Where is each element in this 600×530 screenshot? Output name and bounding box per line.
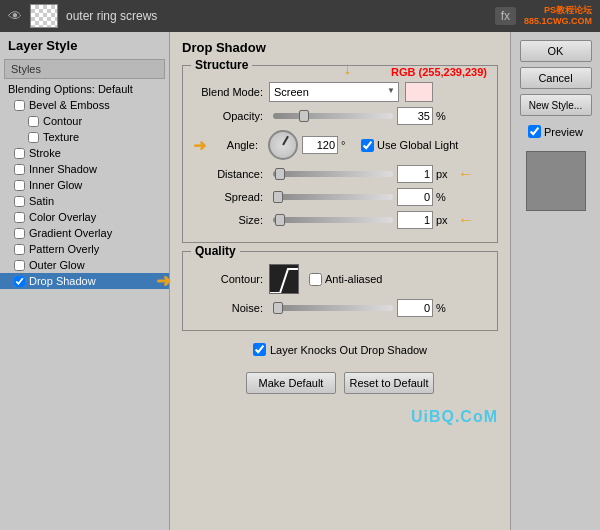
antialiased-checkbox[interactable]: [309, 273, 322, 286]
blend-arrow-icon: ↓: [343, 58, 352, 79]
antialiased-text: Anti-aliased: [325, 273, 382, 285]
left-panel: Layer Style Styles Blending Options: Def…: [0, 32, 170, 530]
spread-input[interactable]: [397, 188, 433, 206]
reset-default-button[interactable]: Reset to Default: [344, 372, 434, 394]
styles-section[interactable]: Styles: [4, 59, 165, 79]
make-default-button[interactable]: Make Default: [246, 372, 336, 394]
global-light-checkbox[interactable]: [361, 139, 374, 152]
layer-name: outer ring screws: [66, 9, 487, 23]
pattern-overlay-item[interactable]: Pattern Overly: [0, 241, 169, 257]
brand-label: UiBQ.CoM: [411, 408, 498, 426]
opacity-label: Opacity:: [193, 110, 263, 122]
outer-glow-label: Outer Glow: [29, 259, 85, 271]
brand-container: UiBQ.CoM: [182, 406, 498, 426]
size-slider[interactable]: [273, 217, 393, 223]
contour-preview[interactable]: [269, 264, 299, 294]
blend-mode-wrapper[interactable]: Screen Normal Multiply Overlay: [269, 82, 399, 102]
gradient-overlay-checkbox[interactable]: [14, 228, 25, 239]
inner-glow-item[interactable]: Inner Glow: [0, 177, 169, 193]
stroke-item[interactable]: Stroke: [0, 145, 169, 161]
preview-checkbox[interactable]: [528, 125, 541, 138]
bevel-emboss-checkbox[interactable]: [14, 100, 25, 111]
antialiased-label[interactable]: Anti-aliased: [309, 273, 382, 286]
fx-badge[interactable]: fx: [495, 7, 516, 25]
noise-row: Noise: %: [193, 299, 487, 317]
preview-text: Preview: [544, 126, 583, 138]
structure-section: Structure RGB (255,239,239) ↓ Blend Mode…: [182, 65, 498, 243]
drop-shadow-item[interactable]: Drop Shadow ➜: [0, 273, 169, 289]
spread-thumb[interactable]: [273, 191, 283, 203]
distance-thumb[interactable]: [275, 168, 285, 180]
action-buttons: Make Default Reset to Default: [182, 368, 498, 398]
blend-mode-row: Blend Mode: Screen Normal Multiply Overl…: [193, 82, 487, 102]
outer-glow-item[interactable]: Outer Glow: [0, 257, 169, 273]
texture-label: Texture: [43, 131, 79, 143]
inner-shadow-item[interactable]: Inner Shadow: [0, 161, 169, 177]
noise-slider[interactable]: [273, 305, 393, 311]
noise-thumb[interactable]: [273, 302, 283, 314]
noise-input[interactable]: [397, 299, 433, 317]
gradient-overlay-item[interactable]: Gradient Overlay: [0, 225, 169, 241]
global-light-text: Use Global Light: [377, 139, 458, 151]
preview-label[interactable]: Preview: [528, 125, 583, 138]
blend-mode-select[interactable]: Screen Normal Multiply Overlay: [269, 82, 399, 102]
noise-label: Noise:: [193, 302, 263, 314]
inner-shadow-label: Inner Shadow: [29, 163, 97, 175]
eye-icon[interactable]: 👁: [8, 8, 22, 24]
size-row: Size: px ←: [193, 211, 487, 229]
angle-input[interactable]: [302, 136, 338, 154]
color-swatch[interactable]: [405, 82, 433, 102]
spread-label: Spread:: [193, 191, 263, 203]
arrow-annotation: ➜: [156, 270, 171, 292]
opacity-row: Opacity: %: [193, 107, 487, 125]
size-thumb[interactable]: [275, 214, 285, 226]
outer-glow-checkbox[interactable]: [14, 260, 25, 271]
layer-style-preview: [526, 151, 586, 211]
color-overlay-checkbox[interactable]: [14, 212, 25, 223]
knockout-label[interactable]: Layer Knocks Out Drop Shadow: [253, 343, 427, 356]
blend-mode-label: Blend Mode:: [193, 86, 263, 98]
ps-logo: PS教程论坛885.1CWG.COM: [524, 5, 592, 27]
noise-unit: %: [436, 302, 456, 314]
distance-row: Distance: px ←: [193, 165, 487, 183]
stroke-checkbox[interactable]: [14, 148, 25, 159]
cancel-button[interactable]: Cancel: [520, 67, 592, 89]
texture-item[interactable]: Texture: [0, 129, 169, 145]
distance-slider[interactable]: [273, 171, 393, 177]
pattern-overlay-label: Pattern Overly: [29, 243, 99, 255]
color-overlay-item[interactable]: Color Overlay: [0, 209, 169, 225]
size-unit: px: [436, 214, 456, 226]
satin-label: Satin: [29, 195, 54, 207]
global-light-label[interactable]: Use Global Light: [361, 139, 458, 152]
knockout-checkbox[interactable]: [253, 343, 266, 356]
bevel-emboss-item[interactable]: Bevel & Emboss: [0, 97, 169, 113]
contour-label: Contour:: [193, 273, 263, 285]
panel-title: Layer Style: [0, 32, 169, 57]
opacity-thumb[interactable]: [299, 110, 309, 122]
size-label: Size:: [193, 214, 263, 226]
distance-arrow-icon: ←: [458, 165, 474, 183]
contour-item[interactable]: Contour: [0, 113, 169, 129]
new-style-button[interactable]: New Style...: [520, 94, 592, 116]
opacity-unit: %: [436, 110, 456, 122]
opacity-input[interactable]: [397, 107, 433, 125]
texture-checkbox[interactable]: [28, 132, 39, 143]
pattern-overlay-checkbox[interactable]: [14, 244, 25, 255]
satin-checkbox[interactable]: [14, 196, 25, 207]
structure-label: Structure: [191, 58, 252, 72]
drop-shadow-checkbox[interactable]: [14, 276, 25, 287]
angle-unit: °: [341, 139, 361, 151]
distance-input[interactable]: [397, 165, 433, 183]
inner-shadow-checkbox[interactable]: [14, 164, 25, 175]
contour-checkbox[interactable]: [28, 116, 39, 127]
blending-options-item[interactable]: Blending Options: Default: [0, 81, 169, 97]
spread-row: Spread: %: [193, 188, 487, 206]
angle-dial[interactable]: [268, 130, 298, 160]
rgb-tooltip: RGB (255,239,239): [391, 66, 487, 78]
inner-glow-checkbox[interactable]: [14, 180, 25, 191]
opacity-slider[interactable]: [273, 113, 393, 119]
spread-slider[interactable]: [273, 194, 393, 200]
satin-item[interactable]: Satin: [0, 193, 169, 209]
ok-button[interactable]: OK: [520, 40, 592, 62]
size-input[interactable]: [397, 211, 433, 229]
